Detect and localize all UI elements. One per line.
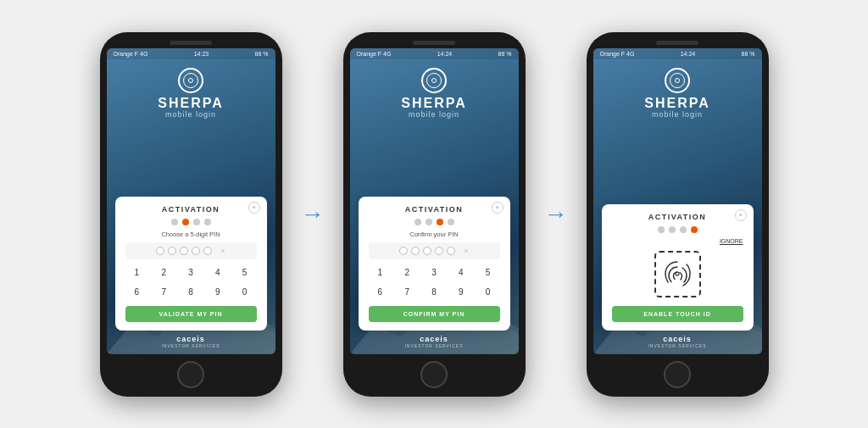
phone-1-key-6[interactable]: 6 bbox=[125, 284, 149, 300]
phone-3-modal-close[interactable]: × bbox=[735, 209, 747, 221]
phone-2-screen: Orange F 4G 14:24 88 % SHERPA mobile log… bbox=[350, 48, 519, 354]
phone-1-screen-bg: Orange F 4G 14:23 88 % SHERPA mobile log… bbox=[107, 48, 275, 354]
phone-2-key-2[interactable]: 2 bbox=[395, 264, 419, 281]
phone-1-key-8[interactable]: 8 bbox=[179, 284, 203, 300]
phone-1-pin-c5 bbox=[203, 247, 212, 255]
phone-3-dot-3 bbox=[680, 226, 687, 233]
phone-1-key-7[interactable]: 7 bbox=[152, 284, 175, 300]
phone-1-key-2[interactable]: 2 bbox=[152, 264, 175, 281]
phone-2-pin-input: × bbox=[369, 242, 500, 259]
phone-2-battery: 88 % bbox=[498, 51, 512, 57]
phone-1-key-9[interactable]: 9 bbox=[206, 284, 230, 300]
phone-1-pin-c1 bbox=[156, 247, 164, 255]
phone-1-dot-3 bbox=[193, 219, 200, 225]
phone-2-brand: SHERPA bbox=[401, 97, 467, 110]
phone-1-modal: × ACTIVATION Choose a 5-digit PIN bbox=[115, 197, 267, 331]
phone-3-step-dots bbox=[612, 226, 743, 233]
phone-1-dot-1 bbox=[171, 219, 178, 225]
phone-3-speaker bbox=[656, 41, 698, 45]
phone-2-key-6[interactable]: 6 bbox=[369, 284, 392, 300]
phone-1-brand-name: caceis bbox=[107, 335, 275, 343]
phone-3-app-header: SHERPA mobile login bbox=[593, 59, 762, 125]
phone-2-dot-1 bbox=[415, 219, 421, 225]
phone-1-pin-label: Choose a 5-digit PIN bbox=[125, 231, 257, 238]
phone-2-key-8[interactable]: 8 bbox=[422, 284, 446, 300]
phone-3-modal: × ACTIVATION IGNORE bbox=[602, 204, 754, 331]
phone-2-bottom bbox=[350, 354, 519, 388]
phone-3-home-btn[interactable] bbox=[664, 361, 691, 388]
phone-1-pin-c3 bbox=[180, 247, 188, 255]
phone-3: Orange F 4G 14:24 88 % SHERPA mobile log… bbox=[587, 32, 769, 397]
phone-1-logo-inner bbox=[183, 73, 198, 88]
phone-3-ignore-link[interactable]: IGNORE bbox=[612, 238, 743, 244]
phone-2-brand-sub: INVESTOR SERVICES bbox=[350, 343, 519, 348]
phone-1-speaker bbox=[170, 41, 212, 45]
phone-3-bottom bbox=[593, 354, 762, 388]
phone-1-key-0[interactable]: 0 bbox=[233, 284, 257, 300]
fingerprint-svg bbox=[661, 258, 693, 290]
phone-1-action-btn[interactable]: VALIDATE MY PIN bbox=[125, 306, 257, 322]
phone-3-brand-footer: caceis INVESTOR SERVICES bbox=[593, 332, 762, 351]
phone-2-pin-label: Confirm your PIN bbox=[369, 231, 500, 238]
phone-2-app-header: SHERPA mobile login bbox=[350, 59, 519, 125]
phone-3-brand: SHERPA bbox=[644, 97, 710, 110]
phone-1-dot-4 bbox=[204, 219, 211, 225]
phone-3-brand-sub: INVESTOR SERVICES bbox=[593, 343, 762, 348]
phone-1-keypad: 1 2 3 4 5 6 7 8 9 0 bbox=[125, 264, 257, 300]
phone-2-carrier: Orange F 4G bbox=[357, 51, 392, 57]
phone-2-subtitle: mobile login bbox=[409, 110, 459, 119]
phone-2-dot-4 bbox=[448, 219, 454, 225]
phone-1-key-1[interactable]: 1 bbox=[125, 264, 149, 281]
arrow-1: → bbox=[301, 201, 325, 228]
phone-3-logo-inner bbox=[670, 73, 685, 88]
phone-3-status-bar: Orange F 4G 14:24 88 % bbox=[593, 48, 762, 59]
phone-3-dot-1 bbox=[658, 226, 665, 233]
phone-2-key-4[interactable]: 4 bbox=[449, 264, 473, 281]
phone-1-pin-c2 bbox=[168, 247, 176, 255]
phone-1-home-btn[interactable] bbox=[177, 361, 204, 388]
phone-1-carrier: Orange F 4G bbox=[114, 51, 148, 57]
phone-2-key-3[interactable]: 3 bbox=[422, 264, 446, 281]
phone-1-app-header: SHERPA mobile login bbox=[107, 59, 275, 125]
phone-1-key-3[interactable]: 3 bbox=[179, 264, 203, 281]
phone-3-battery: 88 % bbox=[742, 51, 755, 57]
arrow-2: → bbox=[544, 201, 568, 228]
phone-2-key-1[interactable]: 1 bbox=[369, 264, 392, 281]
phone-2-logo-outer bbox=[421, 68, 447, 93]
fingerprint-icon bbox=[654, 251, 701, 297]
phone-1-logo-dot bbox=[188, 78, 193, 83]
phone-3-action-btn[interactable]: ENABLE TOUCH ID bbox=[612, 306, 743, 322]
phone-1-status-bar: Orange F 4G 14:23 88 % bbox=[107, 48, 275, 59]
phone-3-screen: Orange F 4G 14:24 88 % SHERPA mobile log… bbox=[593, 48, 762, 354]
phone-1-pin-input: × bbox=[125, 242, 257, 259]
phone-2-logo-inner bbox=[426, 73, 442, 88]
phone-2-action-btn[interactable]: CONFIRM MY PIN bbox=[369, 306, 500, 322]
phone-3-modal-title: ACTIVATION bbox=[612, 213, 743, 221]
phone-2-key-9[interactable]: 9 bbox=[449, 284, 473, 300]
phone-2-key-5[interactable]: 5 bbox=[476, 264, 500, 281]
phone-2-time: 14:24 bbox=[437, 51, 453, 57]
phone-1-subtitle: mobile login bbox=[165, 110, 216, 119]
phone-1-modal-title: ACTIVATION bbox=[125, 205, 257, 214]
phone-2-dot-3 bbox=[437, 219, 443, 225]
phone-1-brand: SHERPA bbox=[158, 97, 224, 110]
phone-2-pin-c2 bbox=[411, 247, 420, 255]
phone-2-keypad: 1 2 3 4 5 6 7 8 9 0 bbox=[369, 264, 500, 300]
phone-3-logo-dot bbox=[675, 78, 680, 83]
phone-2-key-7[interactable]: 7 bbox=[395, 284, 419, 300]
phone-2: Orange F 4G 14:24 88 % SHERPA mobile log… bbox=[343, 32, 526, 397]
phone-1-pin-c4 bbox=[192, 247, 200, 255]
phone-2-modal-close[interactable]: × bbox=[492, 202, 504, 214]
phone-2-pin-clear[interactable]: × bbox=[464, 247, 468, 255]
phone-2-home-btn[interactable] bbox=[420, 361, 448, 388]
phone-1-modal-close[interactable]: × bbox=[248, 202, 260, 214]
phone-1-pin-clear[interactable]: × bbox=[220, 247, 225, 255]
phone-2-pin-c3 bbox=[423, 247, 431, 255]
phone-2-brand-name: caceis bbox=[350, 335, 519, 343]
phone-1-step-dots bbox=[125, 219, 257, 225]
phone-3-logo-outer bbox=[665, 68, 690, 93]
phone-1-top bbox=[107, 41, 275, 45]
phone-1-key-4[interactable]: 4 bbox=[206, 264, 230, 281]
phone-1-key-5[interactable]: 5 bbox=[233, 264, 257, 281]
phone-2-key-0[interactable]: 0 bbox=[476, 284, 500, 300]
